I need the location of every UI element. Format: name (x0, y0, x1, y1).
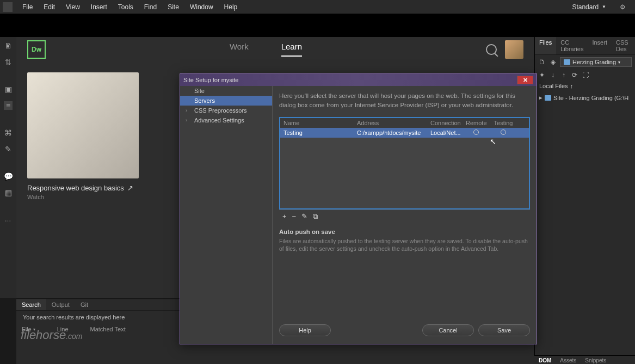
site-setup-dialog: Site Setup for mysite ✕ Site Servers ›CS… (180, 73, 537, 344)
auto-push-desc: Files are automatically pushed to the te… (279, 237, 530, 253)
cell-connection: Local/Net... (427, 128, 463, 138)
card-subtitle: Watch (27, 194, 139, 200)
tool-overflow-icon[interactable]: … (5, 215, 12, 223)
chevron-right-icon: › (186, 108, 187, 113)
tool-dom-icon[interactable]: ⌘ (4, 128, 13, 137)
help-button[interactable]: Help (279, 324, 331, 336)
document-bar (0, 14, 635, 37)
cell-name: Testing (280, 128, 354, 138)
col-name[interactable]: Name (280, 118, 354, 128)
chevron-right-icon: ▸ (539, 94, 542, 101)
menu-file[interactable]: File (17, 2, 38, 13)
col-testing[interactable]: Testing (490, 118, 517, 128)
dialog-titlebar[interactable]: Site Setup for mysite ✕ (180, 74, 537, 86)
workspace-selector[interactable]: Standard ▼ (565, 2, 613, 13)
files-filter[interactable]: Local Files ↑ (535, 81, 635, 91)
tab-output[interactable]: Output (46, 299, 75, 310)
sidebar-item-servers[interactable]: Servers (180, 96, 272, 106)
add-server-button[interactable]: + (282, 212, 287, 221)
dreamweaver-logo: Dw (27, 40, 46, 59)
tab-search[interactable]: Search (16, 299, 46, 310)
bottom-right-panel-tabs: DOM Assets Snippets (534, 355, 635, 364)
site-name: Herzing Grading (572, 59, 616, 65)
sort-up-icon: ↑ (570, 83, 574, 89)
col-address[interactable]: Address (354, 118, 427, 128)
tab-insert[interactable]: Insert (588, 37, 612, 54)
menu-edit[interactable]: Edit (38, 2, 60, 13)
sidebar-item-css[interactable]: ›CSS Preprocessors (180, 106, 272, 115)
table-header: Name Address Connection Remote Testing (280, 118, 529, 128)
table-tools: + − ✎ ⧉ (279, 209, 530, 223)
watermark: filehorse.com (21, 328, 83, 342)
download-icon[interactable]: ↓ (549, 71, 557, 79)
tab-work[interactable]: Work (230, 42, 249, 57)
tab-learn[interactable]: Learn (281, 42, 302, 57)
table-body-empty (280, 138, 529, 208)
tab-snippets[interactable]: Snippets (581, 356, 611, 364)
tool-hr-icon[interactable]: ≡ (4, 101, 13, 110)
auto-push-section: Auto push on save Files are automaticall… (279, 229, 530, 253)
menu-view[interactable]: View (60, 2, 85, 13)
menubar: File Edit View Insert Tools Find Site Wi… (0, 0, 635, 14)
col-remote[interactable]: Remote (463, 118, 490, 128)
menu-help[interactable]: Help (219, 2, 243, 13)
card-title-text: Responsive web design basics (27, 184, 124, 192)
tool-arrows-icon[interactable]: ⇅ (4, 58, 13, 66)
file-icon[interactable]: 🗋 (538, 58, 546, 66)
remove-server-button[interactable]: − (292, 212, 297, 221)
mouse-cursor: ↖ (490, 137, 496, 146)
expand-icon[interactable]: ⛶ (582, 71, 589, 79)
save-button[interactable]: Save (478, 324, 530, 336)
cell-remote[interactable] (463, 128, 490, 138)
upload-icon[interactable]: ↑ (560, 71, 568, 79)
left-toolbar: 🗎 ⇅ ▣ ≡ ⌘ ✎ 💬 ▦ … (0, 37, 16, 298)
cancel-button[interactable]: Cancel (422, 324, 474, 336)
close-button[interactable]: ✕ (517, 76, 533, 84)
sync-wand-icon[interactable]: ✦ (538, 71, 546, 79)
right-panel: Files CC Libraries Insert CSS Des 🗋 ◈ He… (534, 37, 635, 364)
sidebar-item-advanced[interactable]: ›Advanced Settings (180, 115, 272, 125)
tool-wand-icon[interactable]: ✎ (4, 145, 13, 153)
gear-icon[interactable]: ⚙ (618, 3, 627, 11)
workspace-label: Standard (572, 3, 599, 11)
search-icon[interactable] (486, 44, 497, 55)
menu-find[interactable]: Find (139, 2, 162, 13)
cell-address: C:/xampp/htdocs/mysite (354, 128, 427, 138)
folder-icon (545, 95, 551, 101)
tab-assets[interactable]: Assets (556, 356, 581, 364)
tab-git[interactable]: Git (75, 299, 94, 310)
learn-card[interactable]: Responsive web design basics ↗ Watch (27, 72, 139, 200)
tab-dom[interactable]: DOM (534, 356, 556, 364)
tab-cssdesigner[interactable]: CSS Des (612, 37, 635, 54)
chevron-down-icon: ▾ (618, 60, 620, 65)
ftp-icon[interactable]: ◈ (549, 58, 557, 66)
table-row-selected[interactable]: Testing C:/xampp/htdocs/mysite Local/Net… (280, 128, 529, 138)
menu-site[interactable]: Site (162, 2, 184, 13)
menu-tools[interactable]: Tools (113, 2, 139, 13)
dialog-sidebar: Site Servers ›CSS Preprocessors ›Advance… (180, 86, 273, 344)
chevron-right-icon: › (186, 118, 187, 123)
menu-insert[interactable]: Insert (85, 2, 113, 13)
tree-root[interactable]: ▸ Site - Herzing Grading (G:\H (539, 93, 631, 102)
tool-image-icon[interactable]: ▣ (4, 85, 13, 94)
col-connection[interactable]: Connection (427, 118, 463, 128)
tab-cclibraries[interactable]: CC Libraries (556, 37, 588, 54)
refresh-icon[interactable]: ⟳ (571, 71, 578, 79)
tool-inspect-icon[interactable]: ▦ (4, 188, 13, 197)
tab-files[interactable]: Files (535, 37, 556, 54)
radio-remote[interactable] (473, 129, 479, 135)
tree-root-label: Site - Herzing Grading (G:\H (553, 95, 628, 101)
tool-file-icon[interactable]: 🗎 (4, 41, 13, 50)
chevron-down-icon: ▼ (602, 4, 606, 9)
menu-window[interactable]: Window (184, 2, 219, 13)
site-dropdown[interactable]: Herzing Grading ▾ (560, 57, 632, 67)
duplicate-server-button[interactable]: ⧉ (313, 212, 318, 221)
avatar[interactable] (505, 40, 523, 59)
cell-testing[interactable] (490, 128, 517, 138)
tool-comment-icon[interactable]: 💬 (4, 172, 13, 181)
external-link-icon: ↗ (127, 184, 133, 192)
sidebar-item-site[interactable]: Site (180, 86, 272, 96)
radio-testing[interactable] (501, 129, 506, 135)
edit-server-button[interactable]: ✎ (301, 212, 307, 221)
col-matched[interactable]: Matched Text (90, 326, 126, 332)
